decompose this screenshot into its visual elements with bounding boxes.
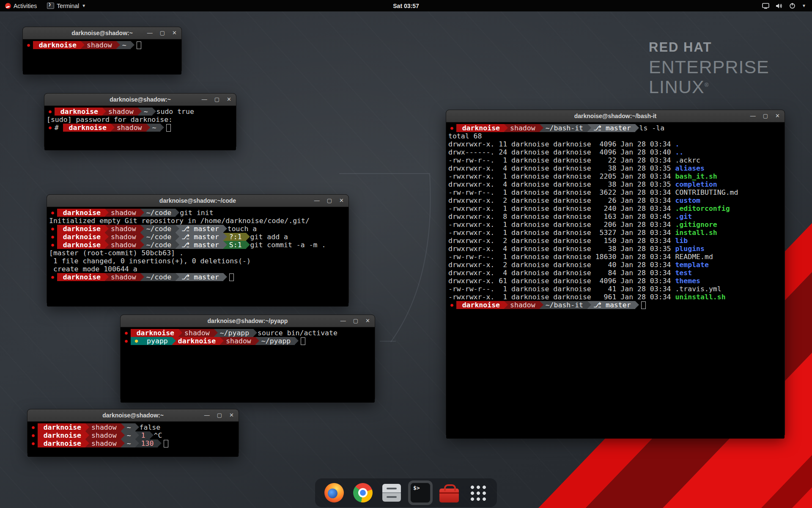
close-button[interactable]: ✕ [775,110,780,122]
terminal-line: drwxrwxr-x. 61 darknoise darknoise 4096 … [448,277,782,285]
maximize-button[interactable]: ▢ [353,315,358,327]
terminal-text: touch a [223,225,257,233]
terminal-text: [sudo] password for darknoise: [47,116,177,124]
dock-item-terminal[interactable] [408,480,433,505]
dock-item-chrome[interactable] [351,480,375,505]
brand-enterprise: ENTERPRISE [649,58,769,76]
prompt-host-segment: shadow [105,273,140,281]
terminal-output[interactable]: ●darknoiseshadow~/bash-it⎇ master ls -la… [446,122,785,439]
window-titlebar[interactable]: darknoise@shadow:~ — ▢ ✕ [23,27,181,39]
close-button[interactable]: ✕ [339,195,344,207]
prompt-host-segment: shadow [105,241,140,249]
minimize-button[interactable]: — [202,94,207,105]
terminal-line: drwxrwxr-x. 4 darknoise darknoise 84 Jan… [448,269,782,277]
redhat-prompt-icon: ● [30,423,38,431]
minimize-button[interactable]: — [204,409,210,421]
prompt-host-segment: shadow [105,209,140,217]
terminal-text: ls -la [635,124,665,132]
terminal-text: drwxrwxr-x. 11 darknoise darknoise 4096 … [448,140,675,148]
maximize-button[interactable]: ▢ [217,409,222,421]
app-menu-button[interactable]: Terminal ▼ [42,0,91,11]
terminal-line: ●darknoiseshadow~/bash-it⎇ master [448,301,782,309]
redhat-prompt-icon: ● [49,233,57,241]
clock-button[interactable]: Sat 03:57 [393,3,419,9]
maximize-button[interactable]: ▢ [763,110,768,122]
window-titlebar[interactable]: darknoise@shadow:~/bash-it — ▢ ✕ [446,110,785,122]
terminal-text: git add a [246,233,288,241]
terminal-text: total 68 [448,132,482,140]
activities-button[interactable]: Activities [0,0,42,11]
terminal-text: drwxrwxr-x. 2 darknoise darknoise 26 Jan… [448,196,675,204]
directory-name: .. [675,148,683,156]
dock-item-show-applications[interactable] [466,480,490,505]
terminal-text: [master (root-commit) 50bcb63] . [49,249,184,257]
directory-name: template [675,261,708,269]
chevron-down-icon: ▼ [82,3,86,8]
chevron-down-icon: ▼ [802,3,806,8]
prompt-host-segment: shadow [85,439,121,447]
dock-item-files[interactable] [379,480,404,505]
terminal-text: drwxrwxr-x. 2 darknoise darknoise 40 Jan… [448,261,675,269]
redhat-prompt-icon: ● [47,108,55,116]
terminal-window-bash-it: darknoise@shadow:~/bash-it — ▢ ✕ ●darkno… [446,110,785,436]
redhat-prompt-icon: ● [448,301,456,309]
prompt-user-segment: darknoise [63,124,111,132]
terminal-text: drwxrwxr-x. 61 darknoise darknoise 4096 … [448,277,675,285]
dock-item-toolbox[interactable] [437,480,461,505]
terminal-output[interactable]: ●darknoiseshadow~/pyapp source bin/activ… [121,327,375,403]
terminal-text: drwxrwxr-x. 4 darknoise darknoise 38 Jan… [448,245,675,253]
close-button[interactable]: ✕ [365,315,370,327]
terminal-line: ●darknoiseshadow~/code⎇ masterS:1 git co… [49,241,346,249]
terminal-line: ●darknoiseshadow~ sudo true [47,108,234,116]
directory-name: lib [675,237,688,245]
terminal-app-icon [47,3,54,9]
prompt-venv-segment: pyapp [141,337,172,345]
close-button[interactable]: ✕ [227,94,231,105]
terminal-output[interactable]: ●darknoiseshadow~ [23,39,181,75]
terminal-text: -rwxrwxr-x. 1 darknoise darknoise 961 Ja… [448,293,675,301]
terminal-text: drwxrwxr-x. 8 darknoise darknoise 163 Ja… [448,213,675,221]
terminal-output[interactable]: ●darknoiseshadow~/code git initInitializ… [47,207,348,306]
maximize-button[interactable]: ▢ [214,94,219,105]
redhat-prompt-icon: ● [25,41,33,49]
activities-label: Activities [14,3,37,9]
minimize-button[interactable]: — [750,110,756,122]
brand-linux: LINUX® [649,78,769,96]
terminal-window-sudo: darknoise@shadow:~ — ▢ ✕ ●darknoiseshado… [44,93,236,147]
window-title: darknoise@shadow:~/pyapp [121,318,375,324]
minimize-button[interactable]: — [314,195,320,207]
executable-name: bash_it.sh [675,172,717,180]
maximize-button[interactable]: ▢ [327,195,332,207]
prompt-path-segment: ~/bash-it [540,124,587,132]
minimize-button[interactable]: — [147,27,153,39]
window-titlebar[interactable]: darknoise@shadow:~/code — ▢ ✕ [47,195,348,207]
terminal-output[interactable]: ●darknoiseshadow~ false●darknoiseshadow~… [27,422,239,457]
window-titlebar[interactable]: darknoise@shadow:~ — ▢ ✕ [27,409,239,422]
terminal-line: drwxrwxr-x. 4 darknoise darknoise 38 Jan… [448,180,782,188]
terminal-output[interactable]: ●darknoiseshadow~ sudo true[sudo] passwo… [44,106,236,150]
terminal-line: drwxrwxr-x. 4 darknoise darknoise 38 Jan… [448,245,782,253]
maximize-button[interactable]: ▢ [160,27,165,39]
close-button[interactable]: ✕ [229,409,234,421]
window-titlebar[interactable]: darknoise@shadow:~/pyapp — ▢ ✕ [121,315,375,327]
directory-name: custom [675,196,700,204]
dock [315,478,497,507]
prompt-host-segment: shadow [102,108,138,116]
power-icon [789,3,796,9]
prompt-user-segment: darknoise [57,273,105,281]
prompt-host-segment: shadow [105,233,140,241]
prompt-user-segment: darknoise [38,439,85,447]
window-titlebar[interactable]: darknoise@shadow:~ — ▢ ✕ [44,94,236,106]
minimize-button[interactable]: — [340,315,346,327]
terminal-line: drwxrwxr-x. 2 darknoise darknoise 150 Ja… [448,237,782,245]
terminal-text: -rw-rw-r--. 1 darknoise darknoise 41 Jan… [448,285,721,293]
dock-item-firefox[interactable] [322,480,346,505]
brand-red-hat: RED HAT [649,41,769,54]
terminal-line: -rw-rw-r--. 1 darknoise darknoise 41 Jan… [448,285,782,293]
prompt-user-segment: darknoise [456,124,504,132]
terminal-text: drwxrwxr-x. 4 darknoise darknoise 38 Jan… [448,180,675,188]
close-button[interactable]: ✕ [172,27,177,39]
terminal-window-code: darknoise@shadow:~/code — ▢ ✕ ●darknoise… [47,194,349,304]
window-title: darknoise@shadow:~/code [47,197,348,204]
system-status-area[interactable]: ▼ [762,0,812,11]
